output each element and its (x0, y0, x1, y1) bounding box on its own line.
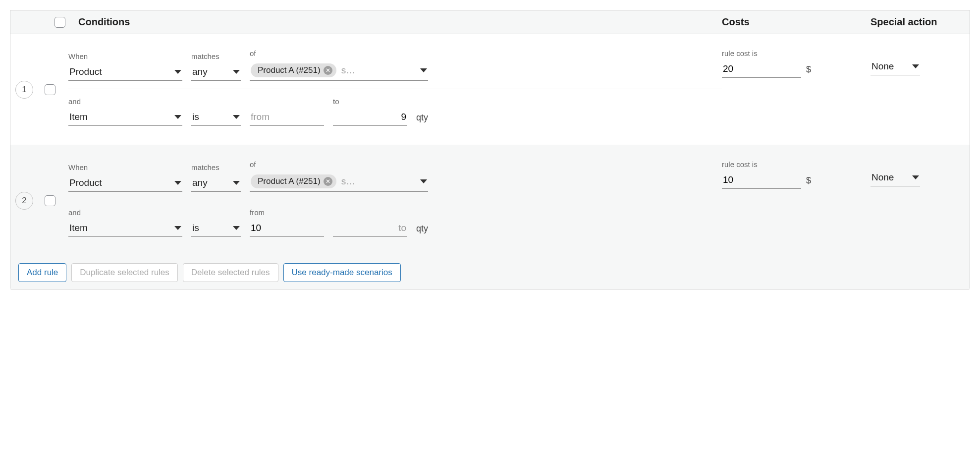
chip-label: Product A (#251) (258, 176, 321, 186)
rule-row: 2 When Product matches any (10, 145, 970, 256)
rule-number-cell: 2 (10, 192, 38, 210)
chevron-down-icon (233, 181, 240, 185)
matches-label: matches (191, 52, 241, 60)
duplicate-rules-button[interactable]: Duplicate selected rules (71, 263, 177, 282)
is-select[interactable]: is (191, 220, 241, 237)
rule-cost-label: rule cost is (722, 160, 871, 169)
chip-label: Product A (#251) (258, 65, 321, 75)
action-select[interactable]: None (871, 169, 920, 186)
cost-input[interactable] (722, 171, 801, 189)
matches-label: matches (191, 163, 241, 171)
item-value: Item (69, 223, 88, 233)
and-label: and (68, 208, 182, 217)
from-input[interactable] (250, 109, 324, 126)
add-rule-button[interactable]: Add rule (18, 263, 66, 282)
of-select[interactable]: Product A (#251) ✕ s… (250, 171, 428, 192)
rule-conditions: When Product matches any of (62, 49, 722, 130)
chevron-down-icon (174, 70, 181, 74)
cost-input[interactable] (722, 60, 801, 78)
product-chip: Product A (#251) ✕ (251, 174, 336, 188)
matches-select[interactable]: any (191, 63, 241, 81)
action-label-spacer (871, 160, 872, 169)
rule-checkbox-cell (38, 84, 62, 95)
matches-value: any (192, 66, 208, 77)
action-value: None (871, 172, 894, 183)
is-value: is (192, 112, 199, 122)
rule-conditions: When Product matches any of (62, 160, 722, 241)
item-select[interactable]: Item (68, 109, 182, 126)
of-select[interactable]: Product A (#251) ✕ s… (250, 60, 428, 81)
matches-select[interactable]: any (191, 174, 241, 192)
from-label: from (250, 208, 324, 217)
chip-remove-icon[interactable]: ✕ (324, 66, 332, 75)
chevron-down-icon (233, 115, 240, 119)
of-label: of (250, 160, 428, 169)
select-all-checkbox[interactable] (54, 17, 65, 28)
to-input[interactable] (333, 109, 407, 126)
rule-checkbox[interactable] (45, 195, 55, 206)
is-label-spacer (191, 208, 241, 217)
of-field: of Product A (#251) ✕ s… (250, 160, 428, 192)
rules-table: Conditions Costs Special action 1 When P… (10, 10, 970, 289)
is-select[interactable]: is (191, 109, 241, 126)
to-field: to (333, 97, 407, 126)
chevron-down-icon (912, 175, 919, 179)
when-label: When (68, 52, 182, 60)
is-value: is (192, 223, 199, 233)
when-select[interactable]: Product (68, 63, 182, 81)
rule-action: None (871, 160, 960, 186)
chevron-down-icon (912, 64, 919, 68)
when-label: When (68, 163, 182, 171)
to-label: to (333, 97, 407, 106)
when-select[interactable]: Product (68, 174, 182, 192)
item-select[interactable]: Item (68, 220, 182, 237)
chevron-down-icon (420, 68, 427, 72)
rule-checkbox[interactable] (45, 84, 55, 95)
action-label-spacer (871, 49, 872, 57)
rule-checkbox-cell (38, 195, 62, 206)
use-scenarios-button[interactable]: Use ready-made scenarios (283, 263, 401, 282)
item-value: Item (69, 112, 88, 122)
chevron-down-icon (420, 179, 427, 183)
condition-divider (68, 89, 722, 89)
rule-cost-label: rule cost is (722, 49, 871, 57)
of-placeholder: s… (341, 65, 356, 76)
delete-rules-button[interactable]: Delete selected rules (183, 263, 278, 282)
from-input[interactable] (250, 220, 324, 237)
when-value: Product (69, 66, 102, 77)
currency-label: $ (806, 64, 811, 78)
qty-label: qty (416, 224, 428, 237)
special-action-header: Special action (871, 16, 960, 28)
condition-line-1: When Product matches any of (68, 49, 722, 81)
to-input[interactable] (333, 220, 407, 237)
rule-number-badge: 1 (15, 81, 33, 99)
condition-divider (68, 200, 722, 200)
rule-number-cell: 1 (10, 81, 38, 99)
is-label-spacer (191, 97, 241, 106)
of-placeholder: s… (341, 176, 356, 187)
conditions-header: Conditions (72, 16, 722, 28)
from-field (250, 97, 324, 126)
rule-costs: rule cost is $ (722, 160, 871, 189)
rule-costs: rule cost is $ (722, 49, 871, 78)
item-field: and Item (68, 208, 182, 237)
from-field: from (250, 208, 324, 237)
chevron-down-icon (174, 226, 181, 230)
rule-number-badge: 2 (15, 192, 33, 210)
costs-header: Costs (722, 16, 871, 28)
of-label: of (250, 49, 428, 57)
qty-label: qty (416, 113, 428, 126)
product-chip: Product A (#251) ✕ (251, 63, 336, 77)
and-label: and (68, 97, 182, 106)
when-value: Product (69, 177, 102, 188)
is-field: is (191, 208, 241, 237)
from-label-spacer (250, 97, 324, 106)
condition-line-2: and Item is (68, 97, 722, 126)
when-field: When Product (68, 163, 182, 192)
chip-remove-icon[interactable]: ✕ (324, 177, 332, 186)
action-select[interactable]: None (871, 58, 920, 75)
rule-action: None (871, 49, 960, 75)
of-field: of Product A (#251) ✕ s… (250, 49, 428, 81)
to-field (333, 208, 407, 237)
matches-field: matches any (191, 52, 241, 81)
